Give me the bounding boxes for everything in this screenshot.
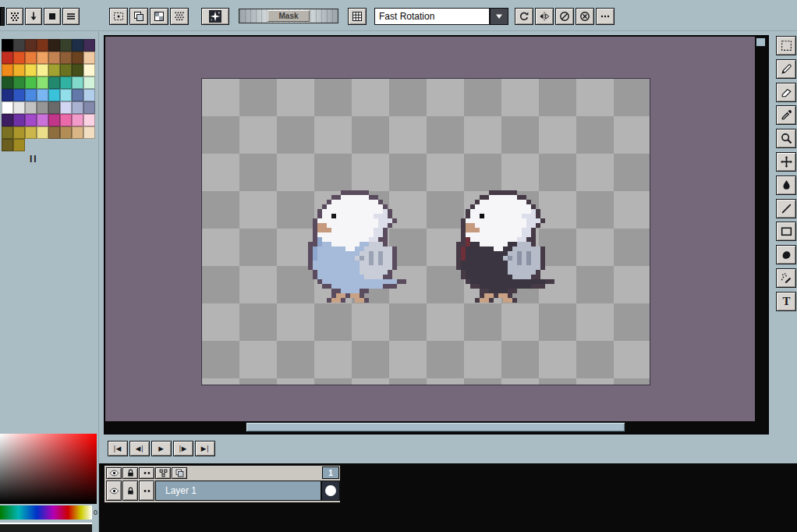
grid-toggle-button[interactable]	[348, 8, 367, 25]
gradient-bar[interactable]	[0, 523, 92, 532]
palette-swatch[interactable]	[2, 126, 13, 139]
palette-swatch[interactable]	[72, 101, 83, 114]
last-frame-button[interactable]: ▶|	[195, 441, 215, 456]
rotate-button[interactable]	[515, 8, 533, 25]
zoom-tool[interactable]	[776, 129, 796, 148]
palette-swatch[interactable]	[72, 114, 83, 126]
palette-swatch[interactable]	[48, 114, 60, 126]
onion-skin-button[interactable]	[139, 467, 154, 479]
palette-swatch[interactable]	[60, 76, 72, 89]
palette-swatch[interactable]	[37, 51, 48, 64]
palette-swatch[interactable]	[60, 39, 72, 51]
vertical-scroll-thumb[interactable]	[756, 37, 766, 47]
layer-onion-toggle[interactable]	[139, 481, 154, 501]
palette-swatch[interactable]	[25, 76, 37, 89]
palette-swatch[interactable]	[37, 114, 48, 126]
palette-swatch[interactable]	[25, 126, 37, 139]
palette-swatch[interactable]	[37, 64, 48, 76]
menu-button[interactable]	[62, 8, 80, 25]
dither-pattern-button[interactable]	[170, 8, 189, 25]
palette-swatch[interactable]	[72, 39, 83, 51]
palette-swatch[interactable]	[13, 139, 25, 151]
palette-swatch[interactable]	[2, 51, 13, 64]
palette-swatch[interactable]	[13, 76, 25, 89]
artboard[interactable]	[201, 78, 650, 385]
palette-swatch[interactable]	[37, 101, 48, 114]
mask-slider-thumb[interactable]: Mask	[267, 10, 310, 22]
palette-swatch[interactable]	[60, 114, 72, 126]
palette-swatch[interactable]	[2, 39, 13, 51]
palette-swatch[interactable]	[37, 39, 48, 51]
palette-swatch[interactable]	[83, 114, 95, 126]
layer-thumbnail[interactable]	[321, 481, 340, 501]
selection-options-button[interactable]	[109, 8, 128, 25]
palette-swatch[interactable]	[60, 101, 72, 114]
copy-button[interactable]	[129, 8, 148, 25]
rectangle-tool[interactable]	[776, 222, 796, 241]
palette-swatch[interactable]	[48, 64, 60, 76]
duplicate-layer-button[interactable]	[172, 467, 187, 479]
palette-swatch[interactable]	[48, 101, 60, 114]
palette-swatch[interactable]	[2, 89, 13, 101]
palette-swatch[interactable]	[2, 76, 13, 89]
stop-button[interactable]	[44, 8, 61, 25]
palette-swatch[interactable]	[25, 101, 37, 114]
palette-swatch[interactable]	[72, 64, 83, 76]
palette-swatch[interactable]	[72, 126, 83, 139]
next-frame-button[interactable]: |▶	[173, 441, 193, 456]
hue-gradient-bar[interactable]	[0, 505, 92, 520]
palette-swatch[interactable]	[48, 51, 60, 64]
more-options-button[interactable]	[596, 8, 615, 25]
palette-swatch[interactable]	[25, 39, 37, 51]
palette-swatch[interactable]	[83, 76, 95, 89]
palette-swatch[interactable]	[83, 101, 95, 114]
palette-swatch[interactable]	[2, 64, 13, 76]
palette-swatch[interactable]	[83, 126, 95, 139]
paste-button[interactable]	[150, 8, 168, 25]
palette-swatch[interactable]	[83, 64, 95, 76]
palette-swatch[interactable]	[2, 114, 13, 126]
palette-swatch[interactable]	[72, 76, 83, 89]
palette-swatch[interactable]	[13, 51, 25, 64]
layer-lock-toggle[interactable]	[122, 481, 138, 501]
select-tool[interactable]	[776, 36, 796, 55]
palette-swatch[interactable]	[60, 89, 72, 101]
flip-horizontal-button[interactable]	[535, 8, 554, 25]
eyedropper-tool[interactable]	[776, 105, 796, 125]
palette-swatch[interactable]	[25, 51, 37, 64]
palette-swatch[interactable]	[25, 89, 37, 101]
palette-swatch[interactable]	[13, 64, 25, 76]
palette-swatch[interactable]	[13, 114, 25, 126]
cancel-button[interactable]	[576, 8, 594, 25]
text-tool[interactable]: T	[776, 292, 796, 311]
brush-tool[interactable]	[776, 245, 796, 264]
palette-swatch[interactable]	[2, 101, 13, 114]
layer-row[interactable]: Layer 1	[155, 481, 321, 501]
rotation-dropdown-button[interactable]	[490, 8, 508, 25]
prev-frame-button[interactable]: ◀|	[129, 441, 150, 456]
fill-tool[interactable]	[776, 176, 796, 195]
first-frame-button[interactable]: |◀	[108, 441, 128, 456]
palette-swatch[interactable]	[72, 51, 83, 64]
palette-swatch[interactable]	[83, 39, 95, 51]
palette-swatch[interactable]	[48, 39, 60, 51]
palette-swatch[interactable]	[37, 89, 48, 101]
palette-swatch[interactable]	[13, 101, 25, 114]
palette-swatch[interactable]	[48, 126, 60, 139]
pattern-button[interactable]	[6, 8, 23, 25]
palette-swatch[interactable]	[37, 76, 48, 89]
palette-swatch[interactable]	[83, 89, 95, 101]
palette-swatch[interactable]	[2, 139, 13, 151]
layer-visible-toggle[interactable]	[106, 481, 122, 501]
rotation-combobox[interactable]: Fast Rotation	[374, 8, 490, 25]
down-arrow-button[interactable]	[25, 8, 42, 25]
mask-slider[interactable]: Mask	[239, 9, 338, 23]
eraser-tool[interactable]	[776, 83, 796, 102]
palette-swatch[interactable]	[83, 51, 95, 64]
toolbar-handle[interactable]	[0, 7, 5, 26]
vertical-scrollbar[interactable]	[755, 37, 767, 421]
line-tool[interactable]	[776, 199, 796, 218]
frame-tab[interactable]: 1	[322, 466, 339, 479]
palette-swatch[interactable]	[60, 126, 72, 139]
palette-swatch[interactable]	[48, 76, 60, 89]
